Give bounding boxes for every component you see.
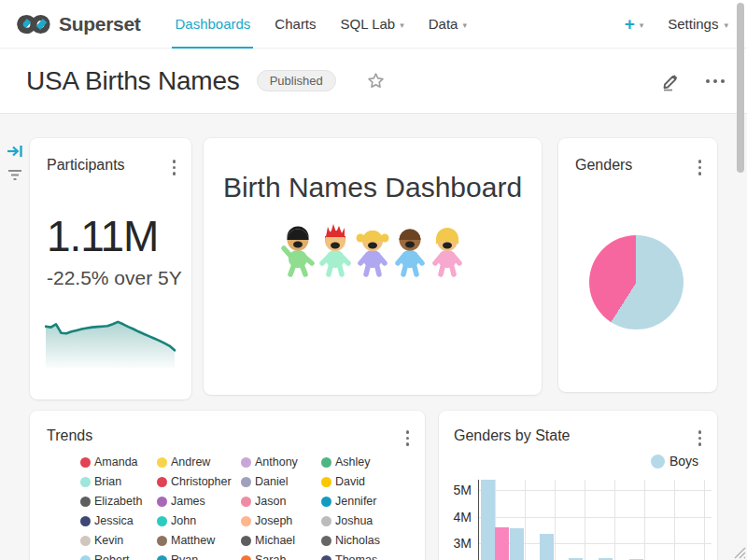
legend-item-amanda[interactable]: Amanda [80,455,157,469]
nav-item-sql-lab[interactable]: SQL Lab ▾ [329,0,416,49]
participants-card: Participants 1.11M -22.5% over 5Y [30,138,191,399]
genders-by-state-card: Genders by State Boys 5M4M3M [439,411,717,560]
header-actions [659,70,728,92]
legend-item-joseph[interactable]: Joseph [241,514,321,527]
legend-item-jessica[interactable]: Jessica [80,514,157,527]
state-bar [510,528,524,560]
legend-dot [80,536,91,546]
chart-title: Participants [47,157,125,174]
legend-dot [321,555,331,560]
chart-menu-icon[interactable] [403,427,413,449]
legend-dot [80,477,91,487]
legend-dot [157,516,167,526]
chart-menu-icon[interactable] [696,427,705,449]
legend-item-james[interactable]: James [157,495,241,508]
legend-item-christopher[interactable]: Christopher [157,475,241,488]
legend-dot [80,555,91,560]
legend-item-robert[interactable]: Robert [80,553,157,560]
legend-dot [241,555,251,560]
filter-rail [0,114,28,560]
top-navbar: Superset Dashboards Charts SQL Lab ▾ Dat… [0,0,747,49]
filter-icon[interactable] [7,168,23,185]
kid-figure [284,227,312,275]
trends-card: Trends AmandaAndrewAnthonyAshleyBrianChr… [30,411,425,560]
published-badge[interactable]: Published [257,70,336,91]
legend-item-anthony[interactable]: Anthony [241,455,321,469]
legend-dot [241,457,251,468]
genders-pie-chart [589,235,684,329]
superset-logo[interactable]: Superset [17,13,140,35]
vertical-scrollbar-thumb[interactable] [737,3,744,173]
gridline [704,480,705,560]
legend-item-brian[interactable]: Brian [80,475,157,488]
y-axis-tick: 3M [444,536,472,551]
edit-pencil-icon[interactable] [659,70,682,92]
legend-item-daniel[interactable]: Daniel [241,475,321,488]
legend-dot [651,455,665,469]
legend-item-ryan[interactable]: Ryan [157,553,241,560]
legend-dot [157,457,167,468]
big-number-value: 1.11M [47,211,158,261]
card-resize-handle[interactable] [732,545,746,559]
y-axis-tick: 4M [444,510,472,525]
kid-figure [398,230,422,275]
legend-item-jason[interactable]: Jason [241,495,321,508]
children-illustration [281,224,464,278]
gridline [585,480,585,560]
legend-item-david[interactable]: David [321,475,398,488]
nav-item-data[interactable]: Data ▾ [416,0,479,49]
caret-down-icon: ▾ [640,21,644,30]
legend-dot [321,516,331,526]
gridline [525,480,526,560]
y-axis-tick: 5M [444,483,472,497]
legend-item-john[interactable]: John [157,514,241,527]
legend-item-michael[interactable]: Michael [241,534,321,547]
legend-item-jennifer[interactable]: Jennifer [321,495,398,508]
dashboard-header: USA Births Names Published [0,49,747,114]
legend-item-kevin[interactable]: Kevin [80,534,157,547]
legend-dot [80,457,91,468]
chart-menu-icon[interactable] [696,157,705,178]
nav-item-dashboards[interactable]: Dashboards [162,0,262,49]
chart-menu-icon[interactable] [170,157,179,178]
caret-down-icon: ▾ [400,21,404,30]
legend-dot [80,516,91,526]
more-options-icon[interactable] [702,76,728,87]
legend-item-boys[interactable]: Boys [651,454,698,469]
legend-item-ashley[interactable]: Ashley [321,455,398,469]
bar-chart-plot: 5M4M3M [478,480,712,560]
settings-menu[interactable]: Settings ▾ [668,16,728,32]
trendline-chart [45,314,176,368]
kid-figure [435,228,459,274]
nav-right: + ▾ Settings ▾ [625,15,728,33]
legend-item-thomas[interactable]: Thomas [321,553,398,560]
legend-dot [321,497,331,507]
legend-item-joshua[interactable]: Joshua [321,514,398,527]
legend-item-andrew[interactable]: Andrew [157,455,241,469]
markdown-title: Birth Names Dashboard [204,172,542,203]
new-item-button[interactable]: + ▾ [625,15,644,33]
nav-menu: Dashboards Charts SQL Lab ▾ Data ▾ [162,0,478,49]
legend-item-sarah[interactable]: Sarah [241,553,321,560]
kid-figure [322,224,348,274]
nav-item-charts[interactable]: Charts [262,0,328,49]
trends-legend: AmandaAndrewAnthonyAshleyBrianChristophe… [80,455,398,560]
legend-item-matthew[interactable]: Matthew [157,534,241,547]
gridline [479,490,712,491]
chart-title: Genders [575,157,632,174]
kid-figure [357,231,389,274]
legend-dot [157,555,167,560]
favorite-star-icon[interactable] [366,71,386,91]
legend-dot [241,497,251,507]
legend-item-elizabeth[interactable]: Elizabeth [80,495,157,508]
state-bar [540,534,554,560]
dashboard-title: USA Births Names [26,66,240,96]
legend-dot [157,536,167,546]
legend-item-nicholas[interactable]: Nicholas [321,534,398,547]
legend-dot [241,536,251,546]
expand-filter-bar-icon[interactable] [7,144,23,162]
legend-dot [157,497,167,507]
state-bar [481,480,495,560]
superset-infinity-icon [17,14,50,35]
gridline [674,480,675,560]
